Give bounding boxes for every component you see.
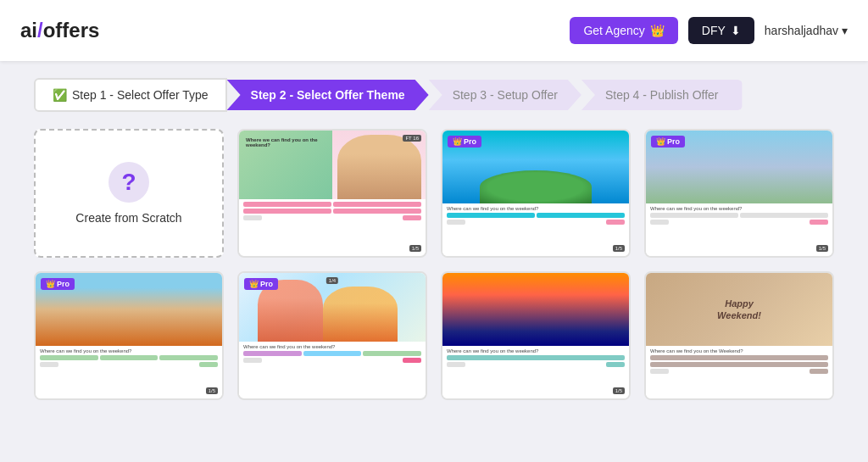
option-b — [537, 213, 625, 218]
card2-bottom: Where can we find you on the weekend? — [442, 203, 629, 256]
option-e — [40, 355, 98, 360]
option-4 — [333, 209, 421, 214]
get-agency-button[interactable]: Get Agency 👑 — [570, 17, 677, 44]
card4-nav — [40, 362, 218, 367]
card3-bottom: Where can we find you on the weekend? — [646, 203, 832, 256]
next-btn-7 — [810, 369, 828, 374]
theme-5-preview: 👑 Pro Where can we find you on the weeke… — [239, 273, 426, 398]
header: ai/offers Get Agency 👑 DFY ⬇ harshaljadh… — [0, 0, 868, 61]
card7-question: Where can we find you on the Weekend? — [650, 348, 828, 353]
card5-question: Where can we find you on the weekend? — [243, 344, 421, 349]
option-l — [650, 355, 828, 360]
pro-label-3: Pro — [667, 137, 680, 146]
card7-bottom: Where can we find you on the Weekend? — [646, 346, 832, 398]
step-4[interactable]: Step 4 - Publish Offer — [581, 80, 743, 110]
theme-4-preview: 👑 Pro Where can we find you on the weeke… — [36, 273, 222, 398]
step-4-label: Step 4 - Publish Offer — [605, 88, 719, 102]
dfy-button[interactable]: DFY ⬇ — [688, 17, 754, 44]
card2-nav — [447, 220, 625, 225]
question-mark-icon: ? — [108, 162, 149, 203]
step-badge-2: 1/5 — [613, 245, 625, 252]
step-badge-4: 1/5 — [206, 387, 218, 394]
theme-card-5[interactable]: 👑 Pro Where can we find you on the weeke… — [237, 271, 427, 400]
crown-small-icon-5: 👑 — [249, 280, 259, 288]
theme-card-1[interactable]: FT 16 Where we can find you on the weeke… — [237, 129, 427, 258]
card7-nav — [650, 369, 828, 374]
card6-nav — [447, 362, 625, 367]
back-btn-6 — [447, 362, 465, 367]
theme-card-2[interactable]: 👑 Pro Where can we find you on the weeke… — [441, 129, 631, 258]
pro-badge-3: 👑 Pro — [651, 136, 685, 148]
logo: ai/offers — [20, 19, 99, 42]
pro-label-4: Pro — [57, 280, 70, 288]
option-k — [447, 355, 625, 360]
back-btn-4 — [40, 362, 58, 367]
crown-small-icon: 👑 — [453, 137, 462, 146]
card4-question: Where can we find you on the weekend? — [40, 348, 218, 353]
pro-badge-2: 👑 Pro — [448, 136, 481, 148]
crown-small-icon-4: 👑 — [46, 280, 55, 288]
next-btn-4 — [199, 362, 218, 367]
option-c — [650, 213, 738, 218]
logo-slash: / — [37, 19, 43, 42]
theme-card-4[interactable]: 👑 Pro Where can we find you on the weeke… — [34, 271, 224, 400]
crown-small-icon-3: 👑 — [656, 137, 665, 146]
header-right: Get Agency 👑 DFY ⬇ harshaljadhav ▾ — [570, 17, 848, 44]
theme-7-preview: HappyWeekend! Where can we find you on t… — [646, 273, 832, 398]
step-1-label: Step 1 - Select Offer Type — [72, 88, 209, 102]
step-2-label: Step 2 - Select Offer Theme — [251, 88, 405, 102]
card6-options — [447, 355, 625, 360]
step-3[interactable]: Step 3 - Setup Offer — [429, 80, 581, 110]
pro-badge-5: 👑 Pro — [244, 278, 278, 290]
theme-3-preview: 👑 Pro Where can we find you on the weeke… — [646, 131, 832, 256]
card4-bottom: Where can we find you on the weekend? — [36, 346, 222, 398]
agency-label: Get Agency — [583, 24, 644, 37]
option-h — [243, 351, 302, 356]
logo-ai: ai — [20, 19, 37, 42]
back-btn-3 — [650, 220, 669, 225]
step-badge-1: 1/5 — [409, 245, 421, 252]
card1-nav — [243, 215, 421, 220]
sand-text: HappyWeekend! — [665, 298, 814, 322]
card1-person-silhouette — [337, 135, 421, 199]
download-icon: ⬇ — [731, 24, 741, 37]
option-g — [159, 355, 218, 360]
pro-label-2: Pro — [464, 137, 476, 146]
next-btn — [403, 215, 421, 220]
card6-image — [442, 273, 629, 346]
option-m — [650, 362, 828, 367]
theme-6-preview: Where can we find you on the weekend? 1/… — [442, 273, 629, 398]
ft-badge-1: FT 16 — [403, 135, 421, 142]
check-icon: ✅ — [53, 88, 67, 102]
card5-bottom: Where can we find you on the weekend? — [239, 342, 426, 394]
theme-card-3[interactable]: 👑 Pro Where can we find you on the weeke… — [644, 129, 834, 258]
theme-card-6[interactable]: Where can we find you on the weekend? 1/… — [441, 271, 631, 400]
back-btn-2 — [447, 220, 465, 225]
card2-question: Where can we find you on the weekend? — [447, 206, 625, 211]
card6-question: Where can we find you on the weekend? — [447, 348, 625, 353]
card3-nav — [650, 220, 828, 225]
next-btn-3 — [810, 220, 828, 225]
island-shape — [480, 170, 592, 203]
chevron-down-icon: ▾ — [842, 24, 848, 37]
kid-silhouette-2 — [323, 287, 398, 342]
card3-question: Where can we find you on the weekend? — [650, 206, 828, 211]
pro-badge-4: 👑 Pro — [41, 278, 75, 290]
option-a — [447, 213, 535, 218]
option-3 — [243, 209, 331, 214]
option-2 — [333, 202, 421, 207]
create-from-scratch-card[interactable]: ? Create from Scratch — [34, 129, 224, 258]
step-3-label: Step 3 - Setup Offer — [453, 88, 558, 102]
back-btn — [243, 215, 262, 220]
crown-icon: 👑 — [650, 24, 665, 37]
theme-card-7[interactable]: HappyWeekend! Where can we find you on t… — [644, 271, 834, 400]
card1-question: Where we can find you on the weekend? — [246, 137, 330, 148]
step-2[interactable]: Step 2 - Select Offer Theme — [227, 80, 429, 110]
card6-bottom: Where can we find you on the weekend? — [442, 346, 629, 398]
user-menu[interactable]: harshaljadhav ▾ — [765, 24, 848, 37]
theme-2-preview: 👑 Pro Where can we find you on the weeke… — [442, 131, 629, 256]
cards-grid: ? Create from Scratch FT 16 Where we can… — [34, 129, 834, 400]
step-1[interactable]: ✅ Step 1 - Select Offer Type — [34, 78, 227, 112]
option-1 — [243, 202, 331, 207]
main-content: ✅ Step 1 - Select Offer Type Step 2 - Se… — [0, 61, 868, 417]
